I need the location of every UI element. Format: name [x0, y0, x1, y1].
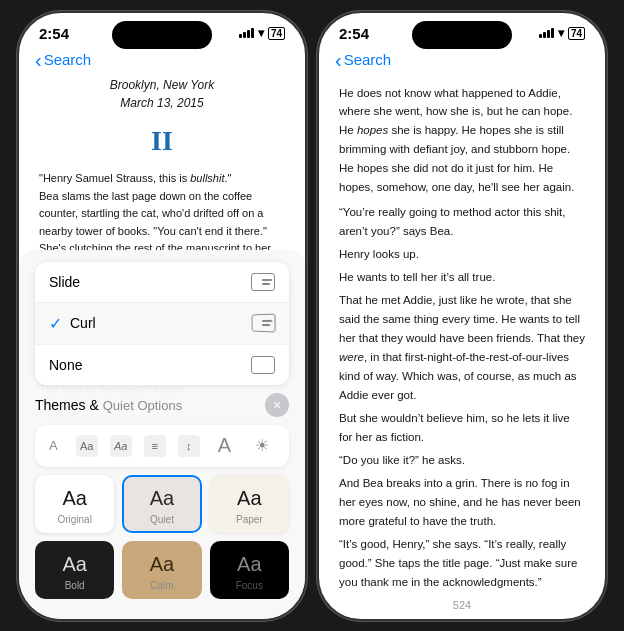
themes-title: Themes & Quiet Options: [35, 397, 182, 413]
back-label-left: Search: [44, 51, 92, 68]
book-text-p2: Henry looks up.: [339, 245, 585, 264]
book-text-p8: “It’s good, Henry,” she says. “It’s real…: [339, 535, 585, 592]
font-alt-icon[interactable]: ↕: [178, 435, 200, 457]
overlay-panel: Slide ✓ Curl: [19, 250, 305, 619]
font-size-large-a[interactable]: A: [218, 434, 231, 457]
book-text-intro: He does not know what happened to Addie,…: [339, 84, 585, 198]
font-size-small-a[interactable]: A: [49, 438, 58, 453]
back-button-right[interactable]: ‹ Search: [335, 50, 391, 70]
theme-card-quiet[interactable]: Aa Quiet: [122, 475, 201, 533]
none-icon: [251, 356, 275, 374]
font-type-icon[interactable]: Aa: [76, 435, 98, 457]
back-arrow-left: ‹: [35, 50, 42, 70]
book-header: Brooklyn, New York March 13, 2015: [39, 76, 285, 113]
book-text-p3: He wants to tell her it’s all true.: [339, 268, 585, 287]
theme-label-quiet: Quiet: [150, 514, 174, 525]
theme-aa-paper: Aa: [237, 487, 261, 510]
close-button[interactable]: ×: [265, 393, 289, 417]
theme-card-calm[interactable]: Aa Calm: [122, 541, 201, 599]
theme-label-original: Original: [57, 514, 91, 525]
theme-card-focus[interactable]: Aa Focus: [210, 541, 289, 599]
theme-aa-focus: Aa: [237, 553, 261, 576]
theme-aa-original: Aa: [62, 487, 86, 510]
back-arrow-right: ‹: [335, 50, 342, 70]
time-left: 2:54: [39, 25, 69, 42]
theme-label-calm: Calm: [150, 580, 173, 591]
slide-option-slide[interactable]: Slide: [35, 262, 289, 303]
wifi-icon-left: ▾: [258, 26, 264, 40]
nav-bar-left: ‹ Search: [19, 46, 305, 76]
font-format-icon[interactable]: ≡: [144, 435, 166, 457]
none-label: None: [49, 357, 82, 373]
theme-label-bold: Bold: [65, 580, 85, 591]
battery-right: 74: [568, 27, 585, 40]
theme-aa-calm: Aa: [150, 553, 174, 576]
font-size-row: A Aa Aa ≡ ↕ A ☀: [35, 425, 289, 467]
slide-options: Slide ✓ Curl: [35, 262, 289, 385]
reading-content: He does not know what happened to Addie,…: [319, 76, 605, 595]
dynamic-island-right: [412, 21, 512, 49]
back-label-right: Search: [344, 51, 392, 68]
theme-aa-bold: Aa: [62, 553, 86, 576]
time-right: 2:54: [339, 25, 369, 42]
battery-left: 74: [268, 27, 285, 40]
checkmark-curl: ✓: [49, 314, 62, 333]
slide-option-curl[interactable]: ✓ Curl: [35, 303, 289, 345]
slide-option-none[interactable]: None: [35, 345, 289, 385]
font-controls: Aa Aa ≡ ↕: [76, 435, 200, 457]
status-icons-left: ▾ 74: [239, 26, 285, 40]
theme-card-bold[interactable]: Aa Bold: [35, 541, 114, 599]
theme-card-paper[interactable]: Aa Paper: [210, 475, 289, 533]
signal-icon-left: [239, 28, 254, 38]
book-text-p6: “Do you like it?” he asks.: [339, 451, 585, 470]
curl-icon: [252, 314, 276, 333]
book-text-p5: But she wouldn’t believe him, so he lets…: [339, 409, 585, 447]
theme-label-focus: Focus: [236, 580, 263, 591]
book-text-p1: “You’re really going to method actor thi…: [339, 203, 585, 241]
themes-header: Themes & Quiet Options ×: [35, 393, 289, 417]
nav-bar-right: ‹ Search: [319, 46, 605, 76]
phones-container: 2:54 ▾ 74 ‹ S: [17, 11, 607, 621]
font-style-icon[interactable]: Aa: [110, 435, 132, 457]
brightness-icon[interactable]: ☀: [249, 433, 275, 459]
right-phone: 2:54 ▾ 74 ‹ S: [317, 11, 607, 621]
book-text-p4: That he met Addie, just like he wrote, t…: [339, 291, 585, 405]
chapter-number: II: [39, 119, 285, 162]
slide-label: Slide: [49, 274, 80, 290]
theme-aa-quiet: Aa: [150, 487, 174, 510]
signal-icon-right: [539, 28, 554, 38]
book-text-p7: And Bea breaks into a grin. There is no …: [339, 474, 585, 531]
slide-icon: [251, 273, 275, 291]
status-icons-right: ▾ 74: [539, 26, 585, 40]
back-button-left[interactable]: ‹ Search: [35, 50, 91, 70]
theme-label-paper: Paper: [236, 514, 263, 525]
theme-card-original[interactable]: Aa Original: [35, 475, 114, 533]
left-phone: 2:54 ▾ 74 ‹ S: [17, 11, 307, 621]
curl-label: Curl: [70, 315, 96, 331]
page-number: 524: [319, 595, 605, 619]
dynamic-island: [112, 21, 212, 49]
wifi-icon-right: ▾: [558, 26, 564, 40]
theme-grid: Aa Original Aa Quiet Aa Paper: [35, 475, 289, 599]
